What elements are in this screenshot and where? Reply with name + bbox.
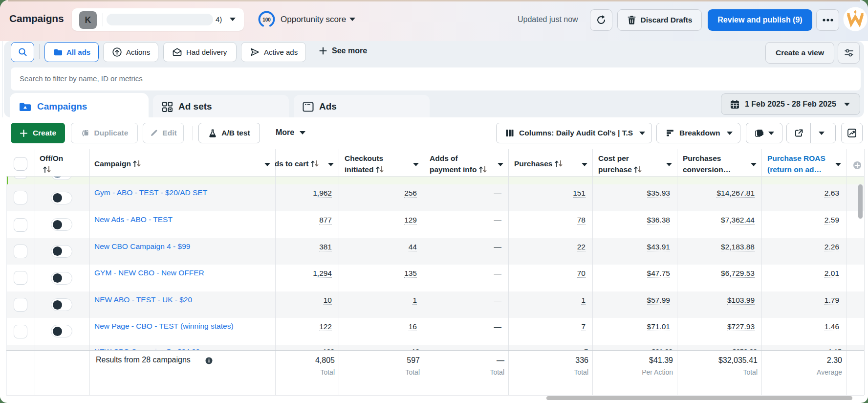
- svg-text:100: 100: [262, 17, 271, 22]
